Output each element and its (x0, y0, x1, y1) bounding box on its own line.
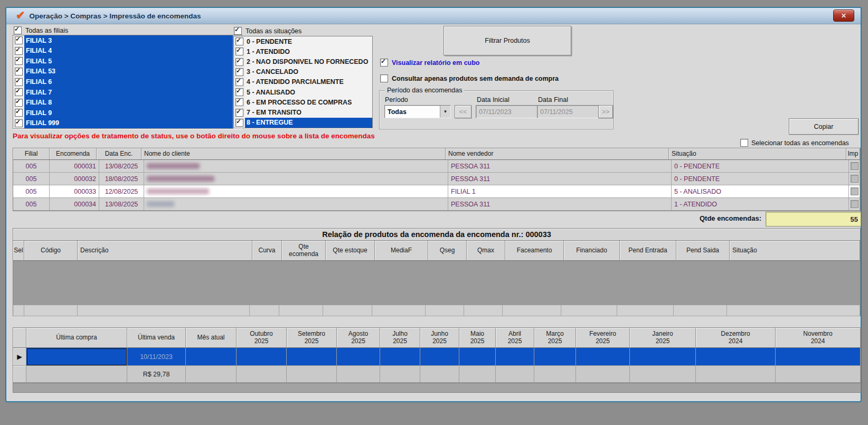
filtrar-produtos-label: Filtrar Produtos (485, 37, 530, 44)
situacao-list-item[interactable]: 5 - ANALISADO (234, 87, 372, 97)
history-row[interactable]: R$ 29,78 (13, 366, 861, 383)
visualizar-cubo-label: Visualizar relatório em cubo (392, 59, 480, 67)
status-warning-text: Para visualizar opções de tratamento de … (13, 132, 375, 140)
history-cell (420, 348, 459, 366)
situacao-list-item[interactable]: 7 - EM TRANSITO (234, 108, 372, 118)
situacao-list-item[interactable]: 2 - NAO DISPONIVEL NO FORNECEDO (234, 56, 372, 67)
history-cell (459, 348, 496, 366)
close-button[interactable]: ✕ (833, 10, 854, 22)
checkbox-icon[interactable] (15, 99, 23, 107)
situacao-list-item[interactable]: 6 - EM PROCESSO DE COMPRAS (234, 97, 372, 107)
chevron-down-icon[interactable]: ▼ (440, 106, 450, 118)
checkbox-icon[interactable] (15, 78, 23, 86)
checkbox-icon[interactable] (235, 68, 243, 76)
history-cell (630, 348, 696, 366)
visualizar-cubo-checkbox[interactable]: Visualizar relatório em cubo (380, 59, 480, 67)
order-situacao-cell: 1 - ATENDIDO (672, 198, 849, 211)
copiar-button[interactable]: Copiar (789, 118, 858, 135)
checkbox-icon[interactable] (15, 109, 23, 117)
periodo-prev-button[interactable]: << (455, 105, 471, 118)
order-row[interactable]: 00500003113/08/2025PESSOA 3110 - PENDENT… (13, 160, 860, 173)
order-cliente-cell-redacted (144, 198, 448, 211)
checkbox-icon[interactable] (15, 68, 23, 75)
checkbox-icon (380, 59, 388, 67)
order-imp-cell[interactable] (849, 198, 860, 211)
history-cell (576, 366, 630, 383)
imp-checkbox[interactable] (851, 162, 858, 170)
filial-list-item[interactable]: FILIAL 999 (13, 118, 233, 129)
select-all-orders-checkbox[interactable]: Selecionar todas as encomendas (740, 139, 849, 147)
checkbox-icon[interactable] (15, 119, 23, 127)
history-cell (186, 366, 237, 383)
history-row[interactable]: ▶10/11/2023 (13, 348, 861, 366)
order-row[interactable]: 00500003218/08/2025PESSOA 3110 - PENDENT… (13, 173, 860, 185)
checkbox-icon[interactable] (15, 57, 23, 65)
filial-list-item[interactable]: FILIAL 5 (13, 56, 233, 67)
filial-list-item[interactable]: FILIAL 9 (13, 108, 233, 118)
orders-grid: FilialEncomendaData Enc.Nome do clienteN… (13, 148, 861, 211)
order-cliente-cell-redacted (144, 185, 448, 198)
filtrar-produtos-button[interactable]: Filtrar Produtos (444, 26, 571, 55)
orders-column-header: Situação (669, 148, 846, 160)
order-data-cell: 13/08/2025 (99, 198, 144, 211)
order-row[interactable]: 00500003413/08/2025PESSOA 3111 - ATENDID… (13, 198, 860, 211)
redacted-client-name (147, 188, 209, 194)
order-imp-cell[interactable] (849, 185, 860, 198)
periodo-select[interactable]: Todas ▼ (384, 105, 451, 118)
filial-list-item[interactable]: FILIAL 3 (13, 35, 233, 46)
checkbox-icon (380, 74, 388, 82)
history-column-header: Outubro 2025 (237, 328, 287, 348)
history-cell (420, 366, 459, 383)
sem-demanda-checkbox[interactable]: Consultar apenas produtos sem demanda de… (380, 74, 559, 82)
checkbox-icon[interactable] (235, 37, 243, 45)
situacao-list-item[interactable]: 4 - ATENDIDO PARCIALMENTE (234, 77, 372, 87)
order-filial-cell: 005 (13, 185, 50, 198)
imp-checkbox[interactable] (851, 200, 858, 208)
history-cell (26, 348, 127, 366)
situacao-list-item[interactable]: 0 - PENDENTE (234, 36, 372, 46)
checkbox-icon[interactable] (15, 47, 23, 55)
imp-checkbox[interactable] (851, 175, 858, 183)
checkbox-icon[interactable] (235, 109, 243, 117)
situacao-item-label: 4 - ATENDIDO PARCIALMENTE (245, 77, 372, 87)
periodo-next-button[interactable]: >> (598, 105, 613, 118)
all-situacoes-checkbox[interactable]: Todas as situações (234, 27, 301, 35)
situacao-item-label: 0 - PENDENTE (245, 36, 372, 46)
filial-list-item[interactable]: FILIAL 7 (13, 87, 233, 98)
next-arrows-label: >> (602, 108, 610, 116)
situacao-list-item[interactable]: 8 - ENTREGUE (234, 118, 372, 128)
history-column-header: Agosto 2025 (337, 328, 380, 348)
history-column-header: Dezembro 2024 (696, 328, 776, 348)
prev-arrows-label: << (459, 108, 467, 116)
data-final-field[interactable]: 07/11/2025 (537, 105, 600, 118)
checkbox-icon[interactable] (235, 48, 243, 55)
products-footer-cell (464, 305, 503, 316)
filial-list-item[interactable]: FILIAL 4 (13, 46, 233, 56)
checkbox-icon[interactable] (235, 119, 243, 127)
checkbox-icon[interactable] (15, 36, 23, 44)
filial-listbox[interactable]: FILIAL 3FILIAL 4FILIAL 5FILIAL 53FILIAL … (13, 35, 242, 129)
situacao-listbox[interactable]: 0 - PENDENTE1 - ATENDIDO2 - NAO DISPONIV… (233, 36, 373, 128)
checkbox-icon[interactable] (235, 58, 243, 66)
order-row[interactable]: 00500003312/08/2025FILIAL 15 - ANALISADO (13, 185, 860, 198)
app-window: ✔ Operação > Compras > Impressão de enco… (5, 7, 862, 402)
filial-list-item[interactable]: FILIAL 53 (13, 67, 233, 77)
checkbox-icon[interactable] (235, 98, 243, 106)
filial-list-item[interactable]: FILIAL 6 (13, 77, 233, 87)
all-filiais-label: Todas as filiais (25, 27, 68, 34)
orders-column-header: Filial (13, 148, 50, 160)
situacao-list-item[interactable]: 1 - ATENDIDO (234, 46, 372, 56)
order-filial-cell: 005 (13, 173, 50, 185)
order-imp-cell[interactable] (849, 173, 860, 185)
checkbox-icon[interactable] (235, 88, 243, 96)
desktop: ✔ Operação > Compras > Impressão de enco… (0, 0, 868, 425)
imp-checkbox[interactable] (851, 187, 858, 195)
periodo-selected-value: Todas (385, 106, 440, 118)
data-inicial-field[interactable]: 07/11/2023 (476, 105, 539, 118)
checkbox-icon[interactable] (15, 88, 23, 96)
order-imp-cell[interactable] (849, 160, 860, 173)
checkbox-icon[interactable] (235, 78, 243, 86)
all-filiais-checkbox[interactable]: Todas as filiais (14, 26, 68, 34)
situacao-list-item[interactable]: 3 - CANCELADO (234, 67, 372, 77)
filial-list-item[interactable]: FILIAL 8 (13, 97, 233, 108)
